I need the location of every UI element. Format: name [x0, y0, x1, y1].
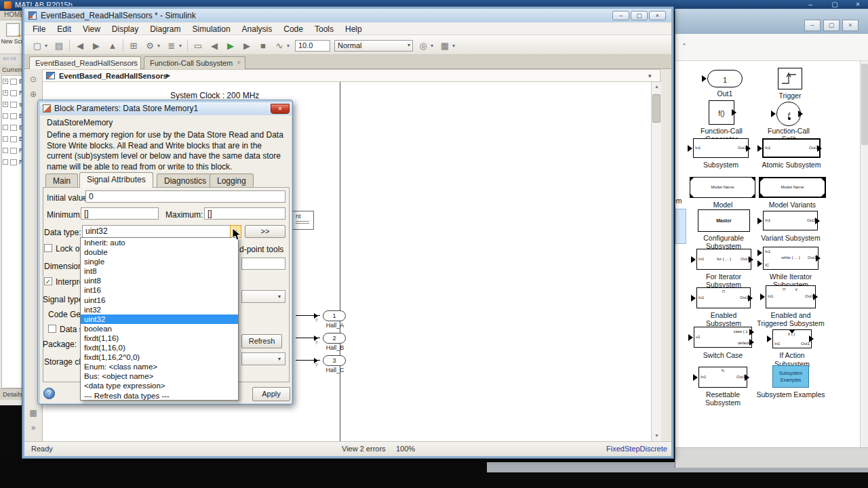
library-minimize-button[interactable]: – [804, 20, 821, 31]
menu-item[interactable]: Code [283, 24, 303, 34]
toolbar-icon[interactable]: ▾ [178, 43, 183, 49]
library-maximize-button[interactable]: ▢ [823, 20, 840, 31]
dropdown-option[interactable]: boolean [81, 324, 238, 333]
scroll-down-icon[interactable]: ▼ [653, 433, 660, 438]
toolbar-icon[interactable]: ▢ [31, 41, 43, 51]
matlab-close-button[interactable]: × [849, 1, 867, 8]
minimum-input[interactable]: [] [81, 207, 159, 220]
dropdown-option[interactable]: int16 [81, 285, 238, 295]
new-script-icon[interactable] [6, 23, 20, 37]
simulation-mode-select[interactable]: Normal [334, 40, 413, 52]
library-block-trigger[interactable] [778, 68, 802, 89]
toolbar-icon[interactable]: ▦ [439, 41, 451, 51]
dropdown-option[interactable]: fixdt(1,16,2^0,0) [81, 352, 238, 362]
toolbar-icon[interactable]: ◎ [417, 41, 429, 51]
lock-output-checkbox[interactable] [44, 244, 52, 252]
editor-close-button[interactable]: × [649, 11, 666, 20]
dropdown-option[interactable]: int32 [81, 305, 238, 314]
simulation-stop-time-input[interactable]: 10.0 [295, 40, 330, 52]
tree-expander-icon[interactable]: + [3, 79, 8, 84]
tab-eventbased-readhallsensors[interactable]: EventBased_ReadHallSensors [29, 56, 141, 69]
toolbar-icon[interactable]: ▾ [285, 43, 291, 49]
tree-expander-icon[interactable] [3, 148, 8, 153]
menu-item[interactable]: Diagram [150, 24, 180, 34]
library-close-button[interactable]: × [842, 20, 859, 31]
library-block-enabled-and-triggered-subsystem[interactable]: ⊓ ∨ In1 Out1 [766, 285, 816, 308]
toolbar-icon[interactable]: ■ [257, 41, 269, 51]
dropdown-option[interactable]: fixdt(1,16,0) [81, 343, 238, 352]
tree-expander-icon[interactable]: + [3, 90, 8, 96]
library-scrollbar[interactable] [860, 61, 868, 447]
toolbar-icon[interactable]: ▲ [106, 41, 119, 51]
library-block-model-variants[interactable]: Model Name [759, 177, 826, 198]
dimensions-input[interactable] [241, 258, 285, 270]
outport-number[interactable]: 2 [323, 333, 346, 344]
library-refresh-icon[interactable]: ◔ [681, 39, 686, 49]
scrollbar-thumb[interactable] [652, 94, 660, 123]
toolbar-icon[interactable]: ▶ [224, 41, 237, 51]
breadcrumb-dropdown-icon[interactable]: ▾ [648, 73, 652, 79]
menu-item[interactable]: Tools [315, 24, 334, 34]
matlab-maximize-button[interactable]: ▢ [826, 1, 844, 8]
canvas-scrollbar[interactable]: ▲ ▼ [651, 82, 661, 441]
outport[interactable]: ? 3 Hall_C [296, 355, 377, 375]
menu-item[interactable]: File [33, 24, 45, 34]
status-solver[interactable]: FixedStepDiscrete [606, 445, 667, 453]
menu-item[interactable]: Simulation [193, 24, 231, 34]
data-store-checkbox[interactable] [48, 325, 56, 333]
toolbar-icon[interactable]: ⊞ [127, 41, 140, 51]
tree-expander-icon[interactable]: + [3, 102, 8, 107]
dropdown-option[interactable]: Bus: <object name> [81, 371, 238, 381]
tree-expander-icon[interactable] [3, 125, 8, 130]
toolbar-icon[interactable] [123, 39, 123, 52]
dropdown-option[interactable]: <data type expression> [81, 381, 238, 390]
editor-maximize-button[interactable]: ▢ [631, 11, 648, 20]
dialog-titlebar[interactable]: Block Parameters: Data Store Memory1 × [40, 102, 292, 115]
toolbar-icon[interactable]: ▤ [53, 41, 65, 51]
outport[interactable]: ? 2 Hall_B [296, 333, 377, 353]
toolbar-icon[interactable]: ◀ [208, 41, 220, 51]
toolbar-icon[interactable]: ⚙ [144, 41, 156, 51]
status-errors-link[interactable]: View 2 errors [342, 445, 386, 453]
initial-value-input[interactable]: 0 [85, 190, 285, 203]
toolbar-icon[interactable]: ▶ [241, 41, 253, 51]
library-block-resettable-subsystem[interactable]: ↻ In1 Out1 [698, 367, 747, 388]
toolbar-icon[interactable]: ≣ [165, 41, 178, 51]
data-type-assistant-button[interactable]: >> [245, 225, 285, 238]
menu-item[interactable]: Help [345, 24, 362, 34]
dropdown-option[interactable]: Inherit: auto [81, 238, 238, 247]
toolbar-icon[interactable]: ▾ [43, 43, 49, 49]
library-block-subsystem[interactable]: In1 Out1 [693, 138, 749, 158]
toolbar-icon[interactable]: ▶ [90, 41, 102, 51]
library-block-while-iterator-subsystem[interactable]: In1 IC while { ... } Out1 [763, 247, 818, 270]
interpret-checkbox[interactable]: ✓ [44, 277, 52, 285]
matlab-minimize-button[interactable]: – [802, 1, 819, 8]
editor-minimize-button[interactable]: – [612, 11, 629, 20]
dialog-tab-logging[interactable]: Logging [210, 174, 254, 188]
toolbar-icon[interactable]: ▭ [192, 41, 204, 51]
dropdown-option[interactable]: single [81, 257, 238, 266]
library-block-configurable-subsystem[interactable]: Master [698, 209, 750, 232]
scrollbar-thumb[interactable] [861, 64, 868, 145]
scroll-up-icon[interactable]: ▲ [653, 84, 660, 89]
dropdown-option[interactable]: double [81, 247, 238, 257]
refresh-button[interactable]: Refresh [241, 334, 282, 348]
library-block-function-call-split[interactable]: f [776, 102, 801, 126]
model-browser-toggle-icon[interactable]: ▦ [28, 408, 39, 419]
library-block-for-iterator-subsystem[interactable]: In1 for { ... } Out1 [696, 249, 751, 270]
toolbar-icon[interactable]: ∿ [273, 41, 285, 51]
toolbar-icon[interactable]: ▾ [156, 43, 161, 49]
dropdown-option[interactable]: fixdt(1,16) [81, 333, 238, 343]
library-block-enabled-subsystem[interactable]: ⊓ In1 Out1 [696, 287, 751, 308]
pan-tool-icon[interactable]: ⊙ [28, 75, 39, 85]
toolbar-icon[interactable]: ▾ [429, 43, 435, 49]
dropdown-option[interactable]: uint8 [81, 276, 238, 285]
library-block-if-action-subsystem[interactable]: if { } In1 Out1 [772, 329, 812, 348]
data-type-combo[interactable]: uint32 [82, 225, 230, 238]
menu-item[interactable]: Analysis [242, 24, 273, 34]
library-block-out1[interactable]: 1 [707, 70, 743, 87]
library-block-atomic-subsystem[interactable]: In1 Out1 [762, 138, 821, 158]
dropdown-option[interactable]: int8 [81, 266, 238, 276]
toolbar-icon[interactable] [187, 39, 188, 52]
help-button[interactable]: ? [43, 388, 55, 399]
